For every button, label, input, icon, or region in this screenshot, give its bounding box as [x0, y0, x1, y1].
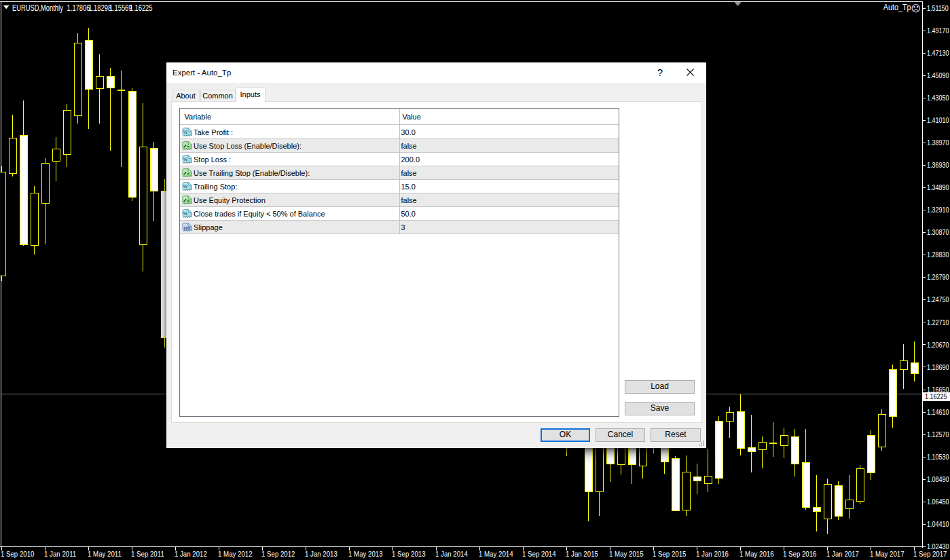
svg-text:1.18690: 1.18690 — [927, 363, 949, 371]
svg-text:1 May 2015: 1 May 2015 — [609, 550, 644, 559]
svg-text:1.04410: 1.04410 — [927, 520, 949, 528]
svg-text:1.20670: 1.20670 — [927, 341, 949, 349]
svg-text:1 Sep 2013: 1 Sep 2013 — [392, 550, 426, 559]
svg-text:1.24750: 1.24750 — [927, 296, 949, 304]
svg-text:1 Sep 2011: 1 Sep 2011 — [131, 550, 164, 559]
svg-text:½: ½ — [183, 183, 187, 189]
svg-text:1.30870: 1.30870 — [927, 229, 949, 237]
svg-text:1 May 2014: 1 May 2014 — [479, 550, 513, 559]
svg-text:1.47130: 1.47130 — [927, 50, 949, 58]
svg-text:½: ½ — [183, 156, 187, 162]
svg-text:1.16225: 1.16225 — [130, 3, 153, 12]
svg-text:1 Sep 2016: 1 Sep 2016 — [783, 550, 817, 559]
svg-text:1.36930: 1.36930 — [927, 162, 949, 170]
svg-text:1 Sep 2017: 1 Sep 2017 — [913, 550, 947, 559]
svg-text:1.26790: 1.26790 — [927, 274, 949, 282]
svg-text:123: 123 — [183, 226, 189, 230]
svg-text:1.41010: 1.41010 — [927, 117, 949, 125]
svg-text:1 Jan 2013: 1 Jan 2013 — [305, 550, 337, 559]
svg-text:1.49170: 1.49170 — [927, 27, 949, 35]
svg-text:1.12570: 1.12570 — [927, 430, 949, 438]
svg-text:1 May 2016: 1 May 2016 — [739, 550, 774, 559]
svg-text:1 Sep 2014: 1 Sep 2014 — [522, 550, 556, 559]
svg-text:1 Sep 2015: 1 Sep 2015 — [653, 550, 687, 559]
svg-text:Auto_Tp: Auto_Tp — [883, 3, 911, 12]
svg-text:1.22710: 1.22710 — [927, 318, 949, 326]
svg-text:1.18298: 1.18298 — [88, 3, 111, 12]
svg-text:1.14610: 1.14610 — [927, 408, 949, 416]
svg-text:1 Jan 2017: 1 Jan 2017 — [826, 550, 859, 559]
svg-text:½: ½ — [183, 210, 187, 217]
svg-text:1.28830: 1.28830 — [927, 251, 949, 259]
svg-text:1.17806: 1.17806 — [67, 3, 90, 12]
svg-text:½: ½ — [183, 129, 187, 135]
svg-text:1 May 2013: 1 May 2013 — [348, 550, 383, 559]
svg-text:1 Jan 2014: 1 Jan 2014 — [435, 550, 468, 559]
svg-text:1 Sep 2012: 1 Sep 2012 — [261, 550, 295, 559]
svg-text:1 Jan 2011: 1 Jan 2011 — [44, 550, 76, 559]
svg-text:1 Jan 2015: 1 Jan 2015 — [566, 550, 598, 559]
svg-text:1.10530: 1.10530 — [927, 453, 949, 461]
svg-text:1.08490: 1.08490 — [927, 475, 949, 483]
svg-text:1 May 2017: 1 May 2017 — [870, 550, 905, 559]
svg-text:EURUSD,Monthly: EURUSD,Monthly — [12, 3, 63, 12]
svg-text:1 Jan 2012: 1 Jan 2012 — [175, 550, 207, 559]
svg-text:1.38970: 1.38970 — [927, 139, 949, 147]
svg-text:1.32910: 1.32910 — [927, 206, 949, 214]
svg-text:1.15569: 1.15569 — [109, 3, 132, 12]
svg-text:1 Sep 2010: 1 Sep 2010 — [1, 550, 35, 559]
svg-text:1 May 2012: 1 May 2012 — [218, 550, 253, 559]
svg-text:1.45090: 1.45090 — [927, 72, 949, 80]
svg-text:1.02430: 1.02430 — [927, 543, 949, 551]
svg-text:1.06450: 1.06450 — [927, 498, 949, 506]
svg-text:1 May 2011: 1 May 2011 — [88, 550, 122, 559]
svg-text:1.16225: 1.16225 — [925, 393, 947, 401]
svg-text:1 Jan 2016: 1 Jan 2016 — [696, 550, 729, 559]
svg-text:1.51150: 1.51150 — [927, 5, 949, 13]
svg-text:1.43050: 1.43050 — [927, 94, 949, 102]
svg-text:1.34890: 1.34890 — [927, 184, 949, 192]
